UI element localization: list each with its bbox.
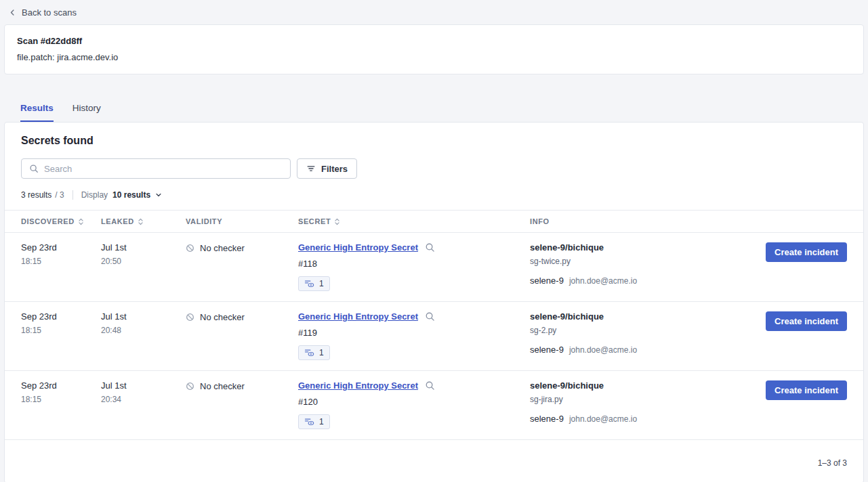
table-row: Sep 23rd 18:15 Jul 1st 20:48 No checker …: [5, 302, 863, 371]
repo-name: selene-9/bichique: [530, 380, 762, 391]
leaked-time: 20:48: [101, 326, 186, 335]
top-bar: Back to scans: [0, 0, 868, 20]
pagination: 1–3 of 3: [5, 440, 863, 482]
discovered-time: 18:15: [21, 326, 101, 335]
owner-name: selene-9: [530, 276, 564, 286]
secret-id: #119: [298, 328, 530, 338]
repo-name: selene-9/bichique: [530, 242, 762, 253]
secret-cell: Generic High Entropy Secret #120 1: [298, 380, 530, 429]
secret-link[interactable]: Generic High Entropy Secret: [298, 242, 418, 253]
secret-id: #120: [298, 397, 530, 407]
results-panel: Secrets found Filters 3 results / 3 Disp…: [4, 122, 864, 482]
occurrences-count: 1: [319, 417, 324, 426]
preview-secret-icon[interactable]: [425, 242, 435, 253]
leaked-date: Jul 1st: [101, 380, 186, 391]
leaked-time: 20:34: [101, 395, 186, 404]
occurrences-icon: [304, 280, 314, 288]
action-cell: Create incident: [762, 242, 847, 262]
preview-secret-icon[interactable]: [425, 311, 435, 322]
search-input[interactable]: [21, 158, 291, 179]
info-cell: selene-9/bichique sg-twice.py selene-9 j…: [530, 242, 762, 286]
validity-label: No checker: [200, 312, 245, 322]
validity-cell: No checker: [186, 380, 298, 391]
secret-link[interactable]: Generic High Entropy Secret: [298, 311, 418, 322]
occurrences-badge[interactable]: 1: [298, 345, 330, 360]
no-checker-icon: [186, 382, 194, 391]
validity-cell: No checker: [186, 242, 298, 253]
column-leaked: Leaked: [101, 217, 186, 225]
leaked-cell: Jul 1st 20:34: [101, 380, 186, 404]
owner-name: selene-9: [530, 345, 564, 355]
table-row: Sep 23rd 18:15 Jul 1st 20:50 No checker …: [5, 233, 863, 302]
filter-icon: [306, 164, 316, 173]
filters-label: Filters: [321, 164, 348, 174]
owner-email: john.doe@acme.io: [569, 414, 637, 424]
scan-subtitle: file.patch: jira.acme.dev.io: [17, 52, 851, 62]
controls-row: Filters: [21, 158, 847, 179]
sort-icon[interactable]: [79, 218, 83, 225]
back-to-scans-link[interactable]: Back to scans: [9, 7, 77, 18]
repo-name: selene-9/bichique: [530, 311, 762, 322]
tab-results[interactable]: Results: [20, 103, 54, 122]
leaked-date: Jul 1st: [101, 311, 186, 322]
preview-secret-icon[interactable]: [425, 380, 435, 391]
secrets-table: Discovered Leaked Validity Secret: [5, 210, 863, 440]
create-incident-button[interactable]: Create incident: [766, 380, 847, 400]
action-cell: Create incident: [762, 311, 847, 331]
discovered-cell: Sep 23rd 18:15: [21, 311, 101, 335]
occurrences-badge[interactable]: 1: [298, 276, 330, 291]
chevron-down-icon: [155, 192, 162, 198]
discovered-date: Sep 23rd: [21, 380, 101, 391]
divider: [73, 190, 73, 200]
occurrences-count: 1: [319, 279, 324, 288]
discovered-time: 18:15: [21, 395, 101, 404]
leaked-cell: Jul 1st 20:50: [101, 242, 186, 266]
occurrences-count: 1: [319, 348, 324, 357]
discovered-date: Sep 23rd: [21, 242, 101, 253]
file-name: sg-2.py: [530, 326, 762, 335]
discovered-cell: Sep 23rd 18:15: [21, 380, 101, 404]
table-header: Discovered Leaked Validity Secret: [5, 211, 863, 233]
owner-email: john.doe@acme.io: [569, 276, 637, 286]
leaked-cell: Jul 1st 20:48: [101, 311, 186, 335]
tab-history[interactable]: History: [73, 103, 101, 122]
info-cell: selene-9/bichique sg-jira.py selene-9 jo…: [530, 380, 762, 424]
secret-link[interactable]: Generic High Entropy Secret: [298, 380, 418, 391]
results-count: 3 results: [21, 190, 51, 200]
column-info: Info: [530, 217, 762, 225]
display-results-dropdown[interactable]: 10 results: [112, 190, 162, 200]
sort-icon[interactable]: [335, 218, 339, 225]
secret-id: #118: [298, 259, 530, 269]
file-name: sg-twice.py: [530, 257, 762, 266]
page: Back to scans Scan #d22dd8ff file.patch:…: [0, 0, 868, 482]
scan-title: Scan #d22dd8ff: [17, 36, 851, 46]
results-total: / 3: [55, 190, 64, 200]
panel-title: Secrets found: [21, 135, 847, 147]
validity-cell: No checker: [186, 311, 298, 322]
file-name: sg-jira.py: [530, 395, 762, 404]
column-validity: Validity: [186, 217, 298, 225]
occurrences-icon: [304, 349, 314, 357]
create-incident-button[interactable]: Create incident: [766, 242, 847, 262]
owner-email: john.doe@acme.io: [569, 345, 637, 355]
discovered-date: Sep 23rd: [21, 311, 101, 322]
secret-cell: Generic High Entropy Secret #118 1: [298, 242, 530, 291]
action-cell: Create incident: [762, 380, 847, 400]
owner-name: selene-9: [530, 414, 564, 424]
sort-icon[interactable]: [138, 218, 143, 225]
back-chevron-icon: [9, 9, 16, 16]
info-cell: selene-9/bichique sg-2.py selene-9 john.…: [530, 311, 762, 355]
validity-label: No checker: [200, 381, 245, 391]
secret-cell: Generic High Entropy Secret #119 1: [298, 311, 530, 360]
column-discovered: Discovered: [21, 217, 101, 225]
tabs: Results History: [20, 103, 868, 122]
occurrences-badge[interactable]: 1: [298, 414, 330, 429]
scan-summary-card: Scan #d22dd8ff file.patch: jira.acme.dev…: [4, 24, 864, 74]
table-row: Sep 23rd 18:15 Jul 1st 20:34 No checker …: [5, 371, 863, 440]
create-incident-button[interactable]: Create incident: [766, 311, 847, 331]
no-checker-icon: [186, 313, 194, 322]
leaked-date: Jul 1st: [101, 242, 186, 253]
leaked-time: 20:50: [101, 257, 186, 266]
filters-button[interactable]: Filters: [297, 158, 357, 179]
occurrences-icon: [304, 418, 314, 426]
